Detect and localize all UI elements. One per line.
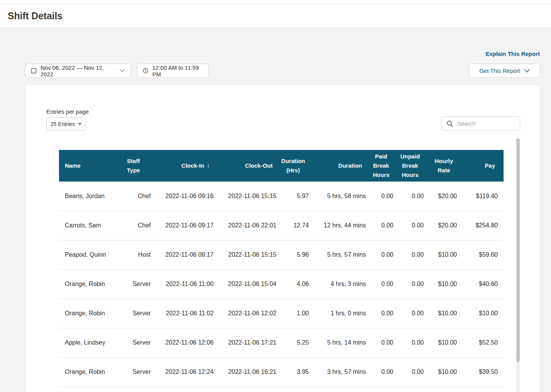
page-header: Shift Details bbox=[0, 4, 551, 28]
cell-pay: $254.80 bbox=[457, 211, 504, 240]
sort-ascending-icon: ↑ bbox=[207, 162, 210, 169]
cell-name: Orange, Robin bbox=[59, 299, 120, 328]
cell-duration: 5 hrs, 58 mins bbox=[309, 182, 366, 211]
column-header-duration[interactable]: Duration bbox=[309, 150, 366, 182]
cell-pay: $119.40 bbox=[457, 182, 504, 211]
cell-duration: 5 hrs, 57 mins bbox=[309, 240, 366, 269]
get-this-report-label: Get This Report bbox=[479, 67, 520, 74]
cell-pay: $40.60 bbox=[457, 269, 504, 299]
cell-hourly-rate: $10.00 bbox=[424, 240, 457, 269]
cell-hourly-rate: $10.00 bbox=[424, 357, 457, 387]
cell-name: Carrots, Sam bbox=[59, 211, 120, 240]
search-box bbox=[441, 116, 520, 131]
page-title: Shift Details bbox=[8, 10, 62, 22]
cell-hourly-rate: $20.00 bbox=[424, 182, 457, 211]
column-header-paid-break-hours[interactable]: PaidBreakHours bbox=[366, 150, 393, 182]
cell-staff-type: Chef bbox=[120, 182, 151, 211]
get-this-report-button[interactable]: Get This Report bbox=[469, 64, 540, 78]
cell-hourly-rate: $20.00 bbox=[424, 211, 457, 240]
search-input[interactable] bbox=[457, 120, 515, 127]
cell-unpaid-break-hours: 0.00 bbox=[393, 211, 424, 240]
cell-staff-type: Chef bbox=[120, 211, 151, 240]
report-card: Entries per page 25 Entries NameStaff Ty… bbox=[25, 85, 540, 392]
cell-clock-in: 2022-11-06 09:17 bbox=[151, 211, 214, 240]
time-range-value: 12:00 AM to 11:59 PM bbox=[152, 64, 203, 77]
cell-pay: $52.50 bbox=[457, 328, 504, 357]
cell-unpaid-break-hours: 0.00 bbox=[393, 240, 424, 269]
table-row: Carrots, SamChef2022-11-06 09:172022-11-… bbox=[59, 211, 504, 240]
cell-clock-out: 2022-11-06 15:15 bbox=[214, 240, 276, 269]
cell-paid-break-hours: 0.00 bbox=[366, 299, 393, 328]
cell-duration: 4 hrs, 3 mins bbox=[309, 269, 366, 299]
cell-unpaid-break-hours: 0.00 bbox=[393, 269, 424, 299]
entries-per-page-dropdown[interactable]: 25 Entries bbox=[46, 118, 86, 130]
cell-duration-hrs: 5.25 bbox=[276, 328, 309, 357]
cell-clock-out: 2022-11-06 16:21 bbox=[214, 357, 276, 387]
cell-duration-hrs: 5.97 bbox=[276, 182, 309, 211]
column-header-clock-out[interactable]: Clock-Out bbox=[214, 150, 276, 182]
cell-clock-out: 2022-11-06 17:21 bbox=[214, 328, 276, 357]
cell-unpaid-break-hours: 0.00 bbox=[393, 328, 424, 357]
column-header-unpaid-break-hours[interactable]: UnpaidBreakHours bbox=[393, 150, 424, 182]
search-icon bbox=[447, 120, 453, 127]
cell-clock-in: 2022-11-06 12:06 bbox=[151, 328, 214, 357]
table-header-row: NameStaff TypeClock-In↑Clock-OutDuration… bbox=[59, 150, 504, 182]
cell-duration: 3 hrs, 57 mins bbox=[309, 357, 366, 387]
calendar-icon bbox=[31, 68, 37, 74]
explain-this-report-link[interactable]: Explain This Report bbox=[485, 50, 540, 57]
vertical-scrollbar-track[interactable] bbox=[516, 138, 520, 392]
column-header-clock-in[interactable]: Clock-In↑ bbox=[151, 150, 214, 182]
cell-duration: 5 hrs, 14 mins bbox=[309, 328, 366, 357]
cell-clock-in: 2022-11-06 12:24 bbox=[151, 357, 214, 387]
table-row: Peapod, QuinnHost2022-11-06 09:172022-11… bbox=[59, 240, 504, 269]
time-range-picker[interactable]: 12:00 AM to 11:59 PM bbox=[137, 64, 209, 78]
table-row: Apple, LindseyServer2022-11-06 12:062022… bbox=[59, 328, 504, 357]
cell-unpaid-break-hours: 0.00 bbox=[393, 299, 424, 328]
column-header-name[interactable]: Name bbox=[59, 150, 120, 182]
caret-down-icon bbox=[78, 123, 82, 125]
cell-duration-hrs: 5.96 bbox=[276, 240, 309, 269]
cell-name: Orange, Robin bbox=[59, 269, 120, 299]
entries-per-page-value: 25 Entries bbox=[51, 121, 75, 127]
column-header-pay[interactable]: Pay bbox=[457, 150, 504, 182]
table-row: Orange, RobinServer2022-11-06 11:022022-… bbox=[59, 299, 504, 328]
cell-duration: 12 hrs, 44 mins bbox=[309, 211, 366, 240]
cell-pay: $10.00 bbox=[457, 299, 504, 328]
cell-paid-break-hours: 0.00 bbox=[366, 269, 393, 299]
cell-pay: $59.60 bbox=[457, 240, 504, 269]
cell-name: Beans, Jordan bbox=[59, 182, 120, 211]
cell-staff-type: Server bbox=[120, 299, 151, 328]
vertical-scrollbar-thumb[interactable] bbox=[516, 138, 520, 362]
cell-clock-in: 2022-11-06 09:17 bbox=[151, 240, 214, 269]
clock-icon bbox=[143, 68, 148, 74]
table-row: Orange, RobinServer2022-11-06 11:002022-… bbox=[59, 269, 504, 299]
column-header-staff-type[interactable]: Staff Type bbox=[120, 150, 151, 182]
date-range-picker[interactable]: Nov 06, 2022 — Nov 12, 2022 bbox=[25, 64, 131, 78]
cell-clock-in: 2022-11-06 11:02 bbox=[151, 299, 214, 328]
date-range-value: Nov 06, 2022 — Nov 12, 2022 bbox=[40, 64, 116, 77]
cell-duration: 1 hrs, 0 mins bbox=[309, 299, 366, 328]
cell-unpaid-break-hours: 0.00 bbox=[393, 357, 424, 387]
cell-paid-break-hours: 0.00 bbox=[366, 211, 393, 240]
table-row: Orange, RobinServer2022-11-06 12:242022-… bbox=[59, 357, 504, 387]
shift-table: NameStaff TypeClock-In↑Clock-OutDuration… bbox=[59, 150, 504, 387]
chevron-down-icon bbox=[524, 69, 530, 73]
cell-paid-break-hours: 0.00 bbox=[366, 240, 393, 269]
shift-table-wrapper: NameStaff TypeClock-In↑Clock-OutDuration… bbox=[59, 150, 504, 387]
cell-clock-out: 2022-11-06 22:01 bbox=[214, 211, 276, 240]
cell-hourly-rate: $10.00 bbox=[424, 299, 457, 328]
column-header-duration-hrs[interactable]: Duration(Hrs) bbox=[276, 150, 309, 182]
cell-name: Apple, Lindsey bbox=[59, 328, 120, 357]
cell-clock-in: 2022-11-06 09:16 bbox=[151, 182, 214, 211]
table-row: Beans, JordanChef2022-11-06 09:162022-11… bbox=[59, 182, 504, 211]
cell-hourly-rate: $10.00 bbox=[424, 269, 457, 299]
cell-staff-type: Server bbox=[120, 357, 151, 387]
column-header-hourly-rate[interactable]: HourlyRate bbox=[424, 150, 457, 182]
cell-duration-hrs: 3.95 bbox=[276, 357, 309, 387]
entries-per-page-label: Entries per page bbox=[46, 108, 89, 115]
cell-name: Orange, Robin bbox=[59, 357, 120, 387]
cell-clock-out: 2022-11-06 15:04 bbox=[214, 269, 276, 299]
cell-duration-hrs: 1.00 bbox=[276, 299, 309, 328]
cell-name: Peapod, Quinn bbox=[59, 240, 120, 269]
cell-duration-hrs: 4.06 bbox=[276, 269, 309, 299]
